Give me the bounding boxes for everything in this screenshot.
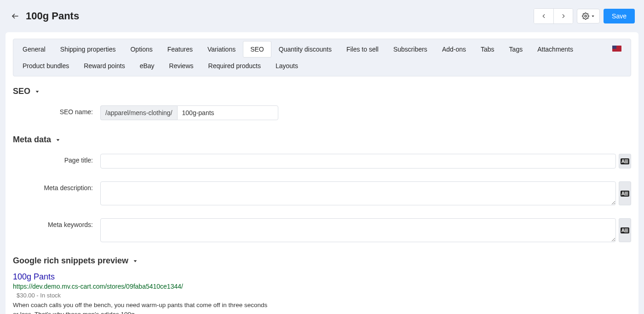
svg-marker-3 — [36, 91, 39, 93]
tab-quantity-discounts[interactable]: Quantity discounts — [271, 41, 339, 58]
tab-general[interactable]: General — [15, 41, 53, 58]
meta-description-input[interactable] — [100, 181, 616, 205]
snippet-title: 100g Pants — [13, 272, 631, 282]
section-toggle-snippet[interactable]: Google rich snippets preview — [13, 256, 631, 266]
meta-keywords-input[interactable] — [100, 218, 616, 242]
tab-variations[interactable]: Variations — [200, 41, 243, 58]
tab-features[interactable]: Features — [160, 41, 200, 58]
snippet-meta: $30.00 - In stock — [13, 292, 631, 299]
translate-icon: A☰ — [621, 158, 629, 164]
tab-tabs[interactable]: Tabs — [473, 41, 502, 58]
save-button[interactable]: Save — [604, 9, 635, 23]
back-button[interactable] — [11, 12, 19, 20]
seo-name-input[interactable] — [177, 105, 278, 120]
caret-down-icon — [56, 138, 60, 142]
tab-seo[interactable]: SEO — [243, 41, 271, 58]
caret-down-icon — [35, 89, 40, 94]
translate-button[interactable]: A☰ — [619, 181, 631, 205]
tab-tags[interactable]: Tags — [502, 41, 530, 58]
meta-keywords-label: Meta keywords: — [13, 218, 100, 228]
prev-button[interactable] — [534, 9, 553, 23]
seo-name-label: SEO name: — [13, 105, 100, 116]
language-selector[interactable] — [608, 46, 629, 53]
seo-url-prefix: /apparel/mens-clothing/ — [100, 105, 177, 120]
page-title-input[interactable] — [100, 154, 616, 169]
prev-next-group — [534, 8, 573, 24]
page-title-label: Page title: — [13, 154, 100, 164]
snippet-description: When coach calls you off the bench, you … — [13, 301, 270, 314]
svg-marker-5 — [134, 260, 137, 262]
svg-point-1 — [585, 15, 586, 17]
tab-attachments[interactable]: Attachments — [530, 41, 581, 58]
tab-reviews[interactable]: Reviews — [162, 58, 201, 74]
translate-button[interactable]: A☰ — [619, 154, 631, 169]
svg-marker-4 — [57, 139, 60, 141]
tab-subscribers[interactable]: Subscribers — [386, 41, 435, 58]
settings-dropdown[interactable] — [577, 9, 600, 23]
tab-reward-points[interactable]: Reward points — [76, 58, 132, 74]
caret-down-icon — [133, 259, 138, 263]
tab-product-bundles[interactable]: Product bundles — [15, 58, 76, 74]
translate-icon: A☰ — [621, 227, 629, 233]
section-title-meta: Meta data — [13, 135, 51, 145]
svg-marker-2 — [592, 16, 594, 17]
tab-shipping-properties[interactable]: Shipping properties — [53, 41, 123, 58]
gear-icon — [582, 12, 589, 20]
tab-layouts[interactable]: Layouts — [268, 58, 305, 74]
tabs-bar: GeneralShipping propertiesOptionsFeature… — [13, 39, 631, 76]
next-button[interactable] — [553, 9, 573, 23]
caret-down-icon — [591, 14, 595, 18]
tab-required-products[interactable]: Required products — [201, 58, 268, 74]
section-toggle-meta[interactable]: Meta data — [13, 135, 631, 145]
translate-button[interactable]: A☰ — [619, 218, 631, 242]
translate-icon: A☰ — [621, 191, 629, 197]
tab-ebay[interactable]: eBay — [132, 58, 162, 74]
section-title-seo: SEO — [13, 87, 30, 96]
meta-description-label: Meta description: — [13, 181, 100, 192]
snippet-url: https://dev.demo.mv.cs-cart.com/stores/0… — [13, 283, 631, 290]
tab-add-ons[interactable]: Add-ons — [435, 41, 473, 58]
page-title: 100g Pants — [26, 10, 79, 22]
us-flag-icon — [612, 46, 621, 52]
tab-files-to-sell[interactable]: Files to sell — [339, 41, 386, 58]
section-title-snippet: Google rich snippets preview — [13, 256, 128, 266]
section-toggle-seo[interactable]: SEO — [13, 87, 631, 96]
tab-options[interactable]: Options — [123, 41, 160, 58]
